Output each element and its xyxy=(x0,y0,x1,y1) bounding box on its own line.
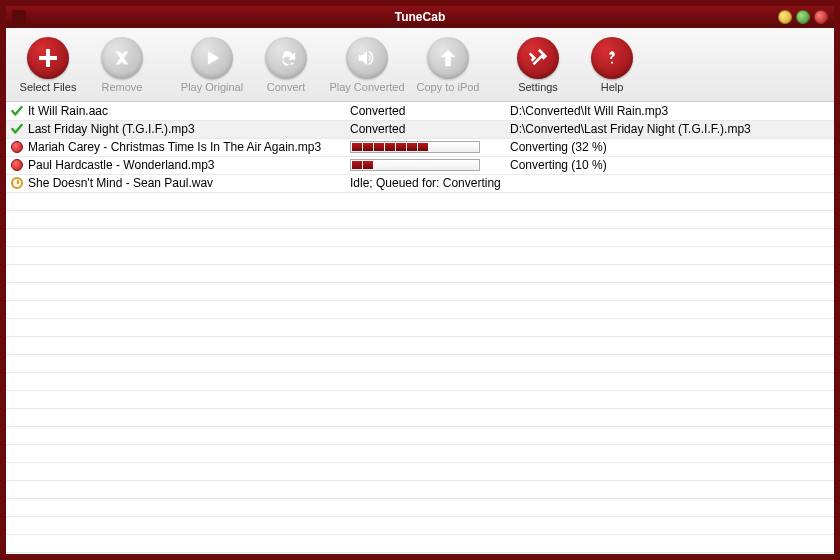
table-row[interactable]: Paul Hardcastle - Wonderland.mp3Converti… xyxy=(6,156,834,174)
plus-icon xyxy=(27,37,69,79)
remove-button[interactable]: Remove xyxy=(88,35,156,95)
copy-to-ipod-button[interactable]: Copy to iPod xyxy=(414,35,482,95)
window-title: TuneCab xyxy=(395,10,445,24)
question-icon xyxy=(591,37,633,79)
minimize-button[interactable] xyxy=(778,10,792,24)
table-row-empty[interactable] xyxy=(6,282,834,300)
table-row-empty[interactable] xyxy=(6,192,834,210)
settings-button[interactable]: Settings xyxy=(504,35,572,95)
convert-button[interactable]: Convert xyxy=(252,35,320,95)
table-row-empty[interactable] xyxy=(6,426,834,444)
refresh-icon xyxy=(265,37,307,79)
status-cell xyxy=(346,156,506,174)
table-row-empty[interactable] xyxy=(6,354,834,372)
table-row[interactable]: Last Friday Night (T.G.I.F.).mp3Converte… xyxy=(6,120,834,138)
file-list[interactable]: It Will Rain.aacConvertedD:\Converted\It… xyxy=(6,102,834,554)
output-cell: D:\Converted\Last Friday Night (T.G.I.F.… xyxy=(506,120,834,138)
file-name: It Will Rain.aac xyxy=(28,104,108,118)
file-name: Paul Hardcastle - Wonderland.mp3 xyxy=(28,158,215,172)
table-row-empty[interactable] xyxy=(6,408,834,426)
status-cell: Converted xyxy=(346,102,506,120)
output-cell xyxy=(506,174,834,192)
table-row-empty[interactable] xyxy=(6,480,834,498)
app-window: TuneCab Select Files Remove Play Origina… xyxy=(0,0,840,560)
table-row-empty[interactable] xyxy=(6,228,834,246)
tools-icon xyxy=(517,37,559,79)
play-converted-button[interactable]: Play Converted xyxy=(326,35,408,95)
table-row-empty[interactable] xyxy=(6,534,834,552)
file-name: Last Friday Night (T.G.I.F.).mp3 xyxy=(28,122,195,136)
table-row-empty[interactable] xyxy=(6,444,834,462)
table-row-empty[interactable] xyxy=(6,552,834,554)
table-row-empty[interactable] xyxy=(6,246,834,264)
sound-icon xyxy=(346,37,388,79)
help-button[interactable]: Help xyxy=(578,35,646,95)
table-row-empty[interactable] xyxy=(6,336,834,354)
up-arrow-icon xyxy=(427,37,469,79)
file-table: It Will Rain.aacConvertedD:\Converted\It… xyxy=(6,102,834,554)
progress-bar xyxy=(350,159,480,171)
output-cell: Converting (32 %) xyxy=(506,138,834,156)
clock-icon xyxy=(10,176,24,190)
close-button[interactable] xyxy=(814,10,828,24)
check-icon xyxy=(10,104,24,118)
window-controls xyxy=(778,10,828,24)
progress-bar xyxy=(350,141,480,153)
recording-icon xyxy=(10,140,24,154)
table-row-empty[interactable] xyxy=(6,390,834,408)
table-row-empty[interactable] xyxy=(6,300,834,318)
recording-icon xyxy=(10,158,24,172)
table-row[interactable]: She Doesn't Mind - Sean Paul.wavIdle; Qu… xyxy=(6,174,834,192)
table-row-empty[interactable] xyxy=(6,210,834,228)
file-name: She Doesn't Mind - Sean Paul.wav xyxy=(28,176,213,190)
output-cell: D:\Converted\It Will Rain.mp3 xyxy=(506,102,834,120)
maximize-button[interactable] xyxy=(796,10,810,24)
table-row-empty[interactable] xyxy=(6,318,834,336)
table-row-empty[interactable] xyxy=(6,516,834,534)
table-row[interactable]: It Will Rain.aacConvertedD:\Converted\It… xyxy=(6,102,834,120)
play-icon xyxy=(191,37,233,79)
app-icon xyxy=(12,10,26,24)
table-row[interactable]: Mariah Carey - Christmas Time Is In The … xyxy=(6,138,834,156)
table-row-empty[interactable] xyxy=(6,498,834,516)
table-row-empty[interactable] xyxy=(6,372,834,390)
check-icon xyxy=(10,122,24,136)
table-row-empty[interactable] xyxy=(6,462,834,480)
select-files-button[interactable]: Select Files xyxy=(14,35,82,95)
toolbar: Select Files Remove Play Original Conver… xyxy=(6,28,834,102)
status-cell: Idle; Queued for: Converting xyxy=(346,174,506,192)
play-original-button[interactable]: Play Original xyxy=(178,35,246,95)
file-name: Mariah Carey - Christmas Time Is In The … xyxy=(28,140,321,154)
table-row-empty[interactable] xyxy=(6,264,834,282)
x-icon xyxy=(101,37,143,79)
output-cell: Converting (10 %) xyxy=(506,156,834,174)
status-cell xyxy=(346,138,506,156)
status-cell: Converted xyxy=(346,120,506,138)
titlebar[interactable]: TuneCab xyxy=(6,6,834,28)
